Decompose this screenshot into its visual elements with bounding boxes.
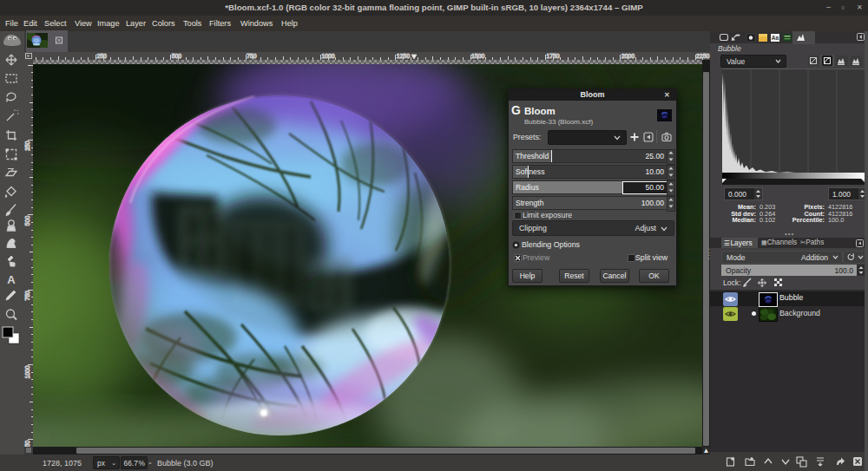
svg-text:1000: 1000 xyxy=(321,53,334,59)
svg-text:Aa: Aa xyxy=(772,35,779,41)
svg-text:750: 750 xyxy=(247,53,257,59)
svg-text:250: 250 xyxy=(25,141,31,151)
svg-text:500: 500 xyxy=(25,216,31,226)
svg-text:A: A xyxy=(7,273,16,286)
svg-text:1250: 1250 xyxy=(397,53,410,59)
svg-text:2250: 2250 xyxy=(696,53,709,59)
svg-text:1000: 1000 xyxy=(25,365,31,378)
svg-text:250: 250 xyxy=(96,53,107,59)
svg-text:500: 500 xyxy=(172,53,182,59)
svg-text:1750: 1750 xyxy=(546,53,559,59)
svg-text:1250: 1250 xyxy=(25,441,31,447)
svg-text:2000: 2000 xyxy=(621,53,635,59)
svg-text:750: 750 xyxy=(25,291,31,301)
svg-text:1500: 1500 xyxy=(471,53,484,59)
